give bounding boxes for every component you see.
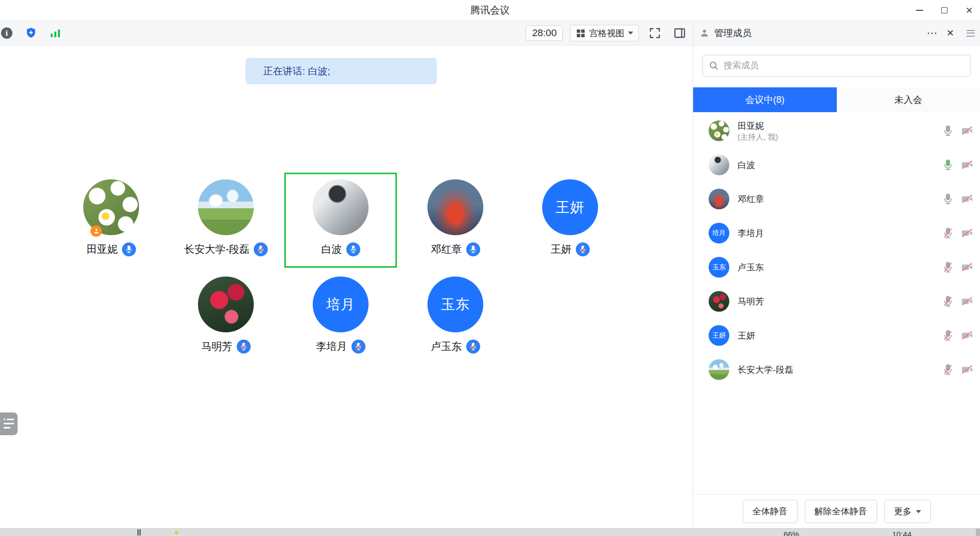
mic-muted-icon[interactable] [942, 363, 954, 376]
participant-name: 卢玉东 [431, 340, 462, 354]
view-mode-label: 宫格视图 [589, 27, 624, 39]
manage-members-panel: 管理成员 ⋯ ✕ 会议中(8) 未入会 田亚妮(主持人, 我) 白波 邓红章 [693, 21, 980, 528]
camera-off-icon[interactable] [960, 363, 974, 376]
meeting-timer: 28:00 [526, 25, 563, 41]
panel-close-icon[interactable]: ✕ [946, 27, 954, 39]
member-role-label: (主持人, 我) [738, 132, 778, 142]
participant-tile-田亚妮[interactable]: 田亚妮 [55, 173, 167, 268]
camera-off-icon[interactable] [960, 261, 974, 274]
avatar: 王妍 [709, 325, 729, 346]
more-label: 更多 [894, 506, 912, 517]
mic-speaking-icon[interactable] [942, 159, 954, 171]
mic-muted-icon[interactable] [576, 242, 590, 256]
fullscreen-button[interactable] [646, 24, 664, 42]
member-row-白波[interactable]: 白波 [693, 148, 980, 182]
member-row-长安大学-段磊[interactable]: 长安大学-段磊 [693, 353, 980, 387]
taskbar-dot-icon [175, 531, 178, 534]
grid-view-icon [576, 28, 586, 38]
minimize-button[interactable] [914, 5, 925, 16]
panel-header: 管理成员 ⋯ ✕ [693, 21, 980, 45]
mic-muted-icon[interactable] [942, 261, 954, 273]
mic-icon[interactable] [466, 242, 480, 256]
camera-off-icon[interactable] [960, 124, 974, 137]
tab-in-meeting[interactable]: 会议中(8) [693, 87, 837, 112]
security-shield-icon[interactable] [25, 24, 37, 42]
member-name: 马明芳 [738, 296, 764, 308]
participant-name: 马明芳 [202, 340, 233, 354]
avatar-image [313, 179, 369, 235]
tencent-meeting-window: 腾讯会议 ✕ i 28:00 宫格视图 [0, 0, 980, 536]
maximize-button[interactable] [939, 5, 950, 16]
member-row-田亚妮[interactable]: 田亚妮(主持人, 我) [693, 114, 980, 148]
scrollbar[interactable] [976, 529, 980, 536]
network-signal-icon[interactable] [50, 24, 61, 42]
avatar-image: 王妍 [542, 179, 598, 235]
panel-title: 管理成员 [714, 27, 752, 39]
participant-tile-邓红章[interactable]: 邓红章 [399, 173, 512, 268]
mic-icon[interactable] [122, 242, 136, 256]
speaking-banner: 正在讲话: 白波; [246, 58, 437, 84]
mic-icon[interactable] [942, 125, 954, 137]
clock: 10:44 [892, 530, 912, 536]
member-row-邓红章[interactable]: 邓红章 [693, 182, 980, 216]
mic-muted-icon[interactable] [466, 340, 480, 354]
member-row-李培月[interactable]: 培月李培月 [693, 216, 980, 250]
participant-name: 李培月 [316, 340, 347, 354]
avatar-image [427, 179, 483, 235]
side-panel-toggle-button[interactable] [671, 24, 688, 42]
panel-menu-icon[interactable] [967, 30, 975, 37]
participant-tile-长安大学-段磊[interactable]: 长安大学-段磊 [170, 173, 282, 268]
tab-not-joined[interactable]: 未入会 [837, 87, 980, 112]
participant-name: 白波 [321, 242, 342, 256]
mic-muted-icon[interactable] [351, 340, 365, 354]
search-icon [708, 60, 719, 71]
collapsed-panel-toggle[interactable] [0, 412, 18, 435]
close-button[interactable]: ✕ [963, 5, 975, 16]
participant-name: 长安大学-段磊 [184, 242, 250, 256]
camera-off-icon[interactable] [960, 192, 974, 206]
mic-muted-icon[interactable] [237, 340, 251, 354]
avatar: 玉东 [427, 277, 483, 332]
participant-tile-王妍[interactable]: 王妍王妍 [514, 173, 626, 268]
member-tabs: 会议中(8) 未入会 [693, 87, 980, 112]
member-name: 长安大学-段磊 [738, 364, 793, 376]
chevron-down-icon [916, 510, 921, 513]
unmute-all-button[interactable]: 解除全体静音 [805, 500, 877, 523]
avatar [83, 179, 139, 235]
taskbar-icon [137, 529, 141, 535]
avatar-image: 培月 [313, 277, 369, 332]
camera-off-icon[interactable] [960, 329, 974, 342]
fullscreen-icon [648, 26, 662, 40]
avatar-image: 玉东 [427, 277, 483, 332]
close-icon: ✕ [966, 6, 973, 15]
avatar [709, 359, 729, 380]
side-panel-icon [673, 26, 686, 40]
member-name: 王妍 [738, 330, 755, 342]
mic-icon[interactable] [346, 242, 360, 256]
chevron-down-icon [628, 32, 633, 35]
participant-name: 邓红章 [431, 242, 462, 256]
participant-tile-李培月[interactable]: 培月李培月 [284, 270, 397, 365]
camera-off-icon[interactable] [960, 226, 974, 240]
mic-muted-icon[interactable] [942, 227, 954, 239]
mute-all-button[interactable]: 全体静音 [743, 500, 798, 523]
participant-tile-卢玉东[interactable]: 玉东卢玉东 [399, 270, 512, 365]
more-button[interactable]: 更多 [884, 500, 931, 523]
avatar [709, 120, 729, 141]
search-input[interactable] [724, 60, 965, 71]
mic-muted-icon[interactable] [254, 242, 268, 256]
member-row-卢玉东[interactable]: 玉东卢玉东 [693, 250, 980, 284]
mic-muted-icon[interactable] [942, 329, 954, 342]
member-row-马明芳[interactable]: 马明芳 [693, 284, 980, 318]
member-row-王妍[interactable]: 王妍王妍 [693, 318, 980, 353]
panel-more-icon[interactable]: ⋯ [927, 30, 938, 36]
meeting-info-icon[interactable]: i [1, 27, 12, 39]
camera-off-icon[interactable] [960, 158, 974, 172]
participant-tile-白波[interactable]: 白波 [284, 173, 397, 268]
mic-icon[interactable] [942, 193, 954, 205]
avatar: 玉东 [709, 257, 729, 278]
participant-tile-马明芳[interactable]: 马明芳 [170, 270, 282, 365]
camera-off-icon[interactable] [960, 295, 974, 308]
mic-muted-icon[interactable] [942, 295, 954, 308]
layout-view-dropdown[interactable]: 宫格视图 [570, 25, 639, 41]
